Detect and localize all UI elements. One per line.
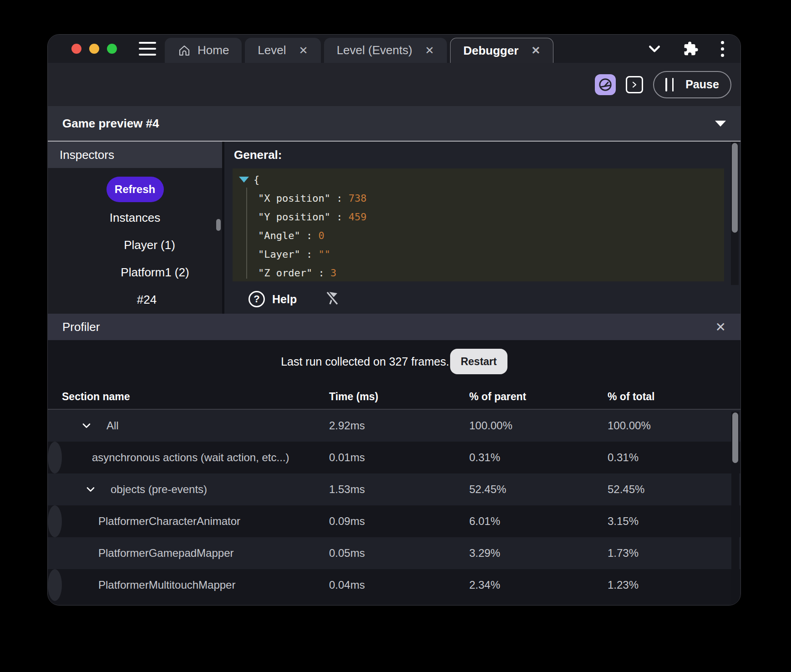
help-icon[interactable]: ? xyxy=(248,291,265,307)
zoom-window-button[interactable] xyxy=(107,44,117,54)
inspectors-tree: Refresh Instances Player (1) Platform1 (… xyxy=(48,168,222,314)
chevron-down-icon[interactable] xyxy=(646,41,663,57)
restart-button[interactable]: Restart xyxy=(450,349,507,374)
section-percent-total: 0.31% xyxy=(608,451,639,464)
help-row: ? Help xyxy=(224,285,740,314)
section-percent-total: 1.73% xyxy=(608,547,740,560)
profiler-scrollbar-thumb[interactable] xyxy=(732,412,738,463)
tab-debugger[interactable]: Debugger ✕ xyxy=(450,38,553,63)
section-name: PlatformerGamepadMapper xyxy=(98,547,233,560)
json-line-angle[interactable]: "Angle" : 0 xyxy=(233,226,724,245)
speedometer-icon xyxy=(598,77,613,92)
section-percent-parent: 2.34% xyxy=(469,579,608,591)
table-row-gamepad-mapper[interactable]: PlatformerGamepadMapper 0.05ms 3.29% 1.7… xyxy=(48,537,740,569)
console-prompt-icon xyxy=(630,81,639,89)
more-options-icon[interactable] xyxy=(719,39,726,59)
tree-item-instances[interactable]: Instances xyxy=(110,204,160,231)
close-profiler-icon[interactable]: ✕ xyxy=(715,320,726,335)
tab-label: Debugger xyxy=(463,44,518,58)
column-percent-parent: % of parent xyxy=(469,391,608,403)
profiler-speed-button[interactable] xyxy=(595,74,616,95)
tab-home[interactable]: Home xyxy=(165,38,242,63)
column-time: Time (ms) xyxy=(329,391,469,403)
json-value: "" xyxy=(318,249,330,260)
tab-level[interactable]: Level ✕ xyxy=(245,38,320,63)
json-key: "Y position" xyxy=(258,211,330,223)
pause-button[interactable]: Pause xyxy=(653,71,731,98)
pause-label: Pause xyxy=(685,78,719,91)
help-label[interactable]: Help xyxy=(272,293,297,306)
table-row-character-animator[interactable]: PlatformerCharacterAnimator 0.09ms 6.01%… xyxy=(48,505,62,537)
json-value: 0 xyxy=(318,230,324,241)
json-key: "Z order" xyxy=(258,267,312,279)
close-tab-icon[interactable]: ✕ xyxy=(299,44,308,57)
sidebar-scrollbar-thumb[interactable] xyxy=(216,219,221,231)
section-percent-parent: 6.01% xyxy=(469,515,608,528)
general-label: General: xyxy=(234,148,740,162)
table-row-async-actions[interactable]: asynchronous actions (wait action, etc..… xyxy=(48,442,62,473)
extensions-icon[interactable] xyxy=(683,41,699,56)
window-controls xyxy=(71,35,117,63)
desktop-background: Home Level ✕ Level (Events) ✕ Debugger ✕ xyxy=(0,0,791,672)
json-line-z-order[interactable]: "Z order" : 3 xyxy=(233,264,724,282)
section-name: asynchronous actions (wait action, etc..… xyxy=(92,451,289,464)
json-colon: : xyxy=(300,230,319,241)
json-colon: : xyxy=(300,249,319,260)
close-tab-icon[interactable]: ✕ xyxy=(531,44,540,57)
tree-item-instance-24[interactable]: #24 xyxy=(137,286,157,313)
section-time: 0.04ms xyxy=(329,579,469,591)
inspectors-sidebar: Inspectors Refresh Instances Player (1) … xyxy=(48,142,222,314)
properties-json-view: { "X position" : 738 "Y position" : 459 … xyxy=(233,168,724,281)
game-preview-header[interactable]: Game preview #4 xyxy=(48,106,740,141)
json-key: "Layer" xyxy=(258,249,300,260)
pause-icon xyxy=(665,78,674,92)
section-percent-total: 100.00% xyxy=(608,419,740,432)
json-line-x-position[interactable]: "X position" : 738 xyxy=(233,189,724,208)
json-value: 459 xyxy=(349,211,367,223)
section-time: 0.09ms xyxy=(329,515,469,528)
profiler-status-text: Last run collected on 327 frames. xyxy=(281,355,449,368)
section-percent-total: 1.23% xyxy=(608,579,639,591)
close-tab-icon[interactable]: ✕ xyxy=(425,44,434,57)
close-window-button[interactable] xyxy=(71,44,81,54)
tree-item-platform1[interactable]: Platform1 (2) xyxy=(121,259,189,286)
tab-label: Level xyxy=(258,43,286,57)
json-line-y-position[interactable]: "Y position" : 459 xyxy=(233,208,724,226)
indent-guide xyxy=(246,188,247,279)
section-percent-parent: 3.29% xyxy=(469,547,608,560)
inspectors-title: Inspectors xyxy=(60,148,114,162)
pin-off-icon[interactable] xyxy=(324,289,342,309)
tab-strip: Home Level ✕ Level (Events) ✕ Debugger ✕ xyxy=(165,35,553,63)
profiler-header: Profiler ✕ xyxy=(48,314,740,340)
tree-item-player[interactable]: Player (1) xyxy=(124,231,175,259)
section-percent-parent: 52.45% xyxy=(469,483,608,496)
table-row-all[interactable]: All 2.92ms 100.00% 100.00% xyxy=(48,410,740,442)
chevron-down-icon[interactable] xyxy=(85,484,96,495)
inspectors-header: Inspectors xyxy=(48,142,222,168)
tab-level-events[interactable]: Level (Events) ✕ xyxy=(324,38,447,63)
refresh-button[interactable]: Refresh xyxy=(106,177,164,202)
table-row-multitouch-mapper[interactable]: PlatformerMultitouchMapper 0.04ms 2.34% … xyxy=(48,569,62,601)
expand-triangle-icon[interactable] xyxy=(239,177,249,183)
chevron-down-icon[interactable] xyxy=(81,420,92,431)
tab-label: Home xyxy=(198,43,229,57)
minimize-window-button[interactable] xyxy=(89,44,99,54)
profiler-table-header: Section name Time (ms) % of parent % of … xyxy=(48,384,740,410)
json-line-layer[interactable]: "Layer" : "" xyxy=(233,245,724,264)
home-icon xyxy=(177,44,191,57)
tab-bar: Home Level ✕ Level (Events) ✕ Debugger ✕ xyxy=(48,35,740,63)
tab-bar-actions xyxy=(646,35,726,63)
json-value: 738 xyxy=(349,193,367,204)
json-root-line[interactable]: { xyxy=(233,170,724,189)
column-percent-total: % of total xyxy=(608,391,740,403)
console-button[interactable] xyxy=(626,76,643,93)
section-percent-total: 52.45% xyxy=(608,483,740,496)
menu-icon[interactable] xyxy=(139,42,156,56)
section-name: PlatformerCharacterAnimator xyxy=(98,515,240,528)
collapse-triangle-icon[interactable] xyxy=(715,121,726,127)
json-key: "Angle" xyxy=(258,230,300,241)
game-preview-title: Game preview #4 xyxy=(62,117,159,131)
table-row-objects-pre-events[interactable]: objects (pre-events) 1.53ms 52.45% 52.45… xyxy=(48,473,740,505)
general-scrollbar-thumb[interactable] xyxy=(732,143,738,233)
section-percent-parent: 0.31% xyxy=(469,451,608,464)
